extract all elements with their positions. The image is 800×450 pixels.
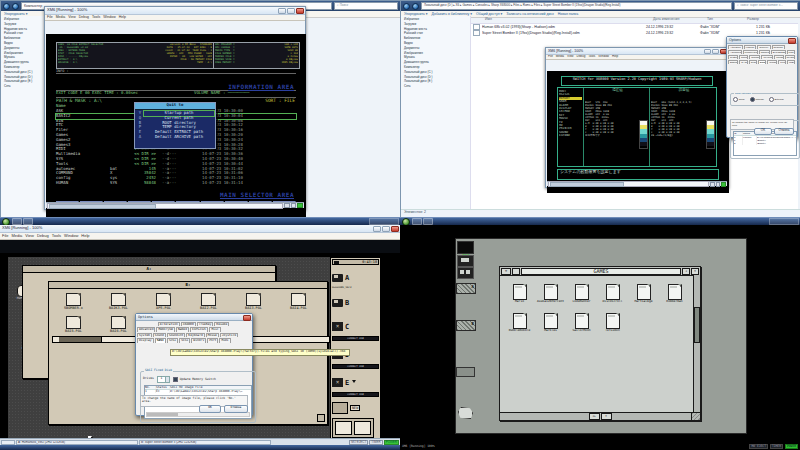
start-orb[interactable] [402,218,410,226]
tab[interactable]: Joystick [785,55,795,59]
tab[interactable]: EXPS232C [771,50,786,54]
menu-item[interactable]: Help [81,234,89,239]
sidebar-item[interactable]: Компьютер [4,66,46,69]
sidebar-item[interactable]: Компьютер [404,66,470,69]
horizontal-scrollbar[interactable] [47,203,283,209]
game-icon-item[interactable]: Bomberman [659,284,690,303]
ok-button[interactable]: OK [754,128,772,135]
window-shade-icon[interactable] [512,268,520,275]
back-icon[interactable] [3,3,10,10]
menu-item[interactable]: File [47,15,53,19]
xm6-titlebar-3[interactable]: XM6 [Running] - 100% [0,225,400,233]
tab[interactable]: SCSI [758,60,767,64]
resize-grip[interactable] [317,414,325,422]
game-icon-item[interactable]: Asuka120Percent [535,284,566,303]
scroll-arrows-icon[interactable]: ◂▸ [589,413,600,420]
horizontal-scrollbar[interactable]: ◂▸ ▾ [500,412,700,420]
xm6-titlebar-2[interactable]: XM6 [Running] - 100% [546,48,728,55]
horizontal-scrollbar[interactable] [548,181,709,187]
tab[interactable]: MIDI [219,338,230,342]
disk-tool-icon[interactable] [457,267,474,279]
floppy-slot-b[interactable]: B [456,320,476,331]
monitor-tool-icon[interactable] [457,255,474,267]
tab[interactable]: SxSI [167,338,178,342]
sidebar-item[interactable]: Сеть [4,85,46,88]
tab[interactable]: Windrv [191,338,206,342]
tab[interactable]: Named [759,50,770,54]
file-icon-item[interactable]: BAIK3.PAL [96,293,141,310]
tab[interactable]: Mouse [206,333,219,337]
menu-item[interactable]: View [25,234,34,239]
menu-item[interactable]: View [567,55,573,58]
tab[interactable]: MIDI [787,60,795,64]
sidebar-item[interactable]: Видео [4,42,46,45]
tab[interactable]: Misc [209,327,220,331]
tab[interactable]: System [728,55,738,59]
close-icon[interactable]: × [691,268,699,275]
tab[interactable]: Joystick [220,333,238,337]
breadcrumb[interactable]: Локальный диск (D:) ▸ X6 ▸ Games ▸ Conso… [421,2,732,10]
system-tray[interactable] [369,218,399,225]
sidebar-item[interactable]: Документы [404,47,470,50]
tab[interactable]: Named [176,327,189,331]
drives-spinner[interactable]: 1 [157,376,170,383]
games-titlebar[interactable]: ≡ GAMES ◂ × [500,267,700,276]
taskbar-app[interactable] [12,218,22,225]
menu-item[interactable]: Debug [79,15,89,19]
sidebar-item[interactable]: Загрузки [4,23,46,26]
toolbar-button[interactable]: Общий доступ ▾ [476,12,502,16]
menu-item[interactable]: Help [612,55,618,58]
xm6-titlebar-1[interactable]: XM6 [Running] - 100% [45,7,305,15]
column-date[interactable]: Дата изменения [653,17,679,21]
tab[interactable]: Port [778,60,786,64]
system-tray[interactable] [769,218,799,225]
drive-b[interactable]: B [332,292,379,311]
tab[interactable]: Alteration [158,322,180,326]
taskbar-app[interactable] [23,218,33,225]
new-button[interactable]: NEW [350,405,360,411]
maximize-button[interactable] [287,8,295,14]
menu-item[interactable]: Media [56,15,66,19]
tab[interactable]: SoundInt [749,55,760,59]
minimize-button[interactable] [278,8,286,14]
tab[interactable]: Keyboard [186,333,204,337]
sidebar-item[interactable]: Локальный диск (E:) [404,80,470,83]
resize-grip[interactable] [691,413,700,420]
menu-item[interactable]: Tools [52,234,61,239]
update-memory-checkbox[interactable]: Update Memory Switch [173,377,216,382]
switch-menu-item[interactable]: EXPAND [559,134,582,137]
tab[interactable]: SoundInt [167,333,185,337]
tab[interactable]: Port [207,338,218,342]
menu-item[interactable]: Window [598,55,609,58]
ok-button[interactable]: OK [199,405,221,413]
scroll-left-icon[interactable]: ◂ [682,268,690,275]
tab[interactable]: Sound [153,333,166,337]
sidebar-item[interactable]: Документы [4,47,46,50]
game-icon-item[interactable]: Marbles [535,313,566,332]
x68-logo-icon[interactable]: X68 [457,241,474,254]
menu-item[interactable]: Window [103,15,115,19]
tab[interactable]: X68000 [744,45,757,49]
search-input[interactable]: ⌕Поиск [334,2,398,10]
scroll-page-icon[interactable]: ▾ [601,413,612,420]
tab[interactable]: X68000 [181,322,196,326]
tab[interactable]: SCSI [179,338,190,342]
lhes-file-row[interactable]: HUMANSYS58848--a---14-07-23 10:31:14 [56,181,296,186]
tab[interactable]: TrueKey [197,322,214,326]
drive-a[interactable]: A Human68k_Ver2 [332,267,379,289]
minimize-button[interactable] [704,49,711,54]
sidebar-item[interactable]: Библиотеки [404,37,470,40]
toolbar-button[interactable]: Записать на оптический диск [506,12,553,16]
menu-item[interactable]: Help [119,15,126,19]
minimize-button[interactable] [373,226,381,232]
game-icon-item[interactable]: LodeRunner [566,284,597,303]
tab[interactable]: SxSI [749,60,757,64]
cancel-button[interactable]: Отмена [224,405,248,413]
game-icon-item[interactable]: BubbleBobble [504,313,535,332]
tab[interactable]: Resume [214,322,229,326]
taskbar-app[interactable] [423,218,433,225]
menu-item[interactable]: View [68,15,76,19]
column-type[interactable]: Тип [707,17,713,21]
vertical-scrollbar[interactable] [693,275,700,413]
back-icon[interactable] [403,3,410,10]
